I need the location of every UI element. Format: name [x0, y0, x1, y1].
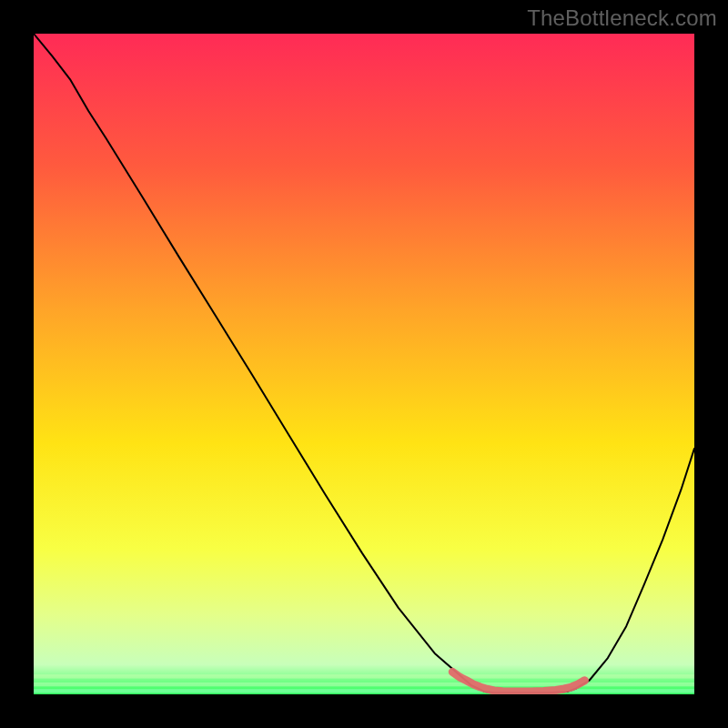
chart-frame: TheBottleneck.com: [0, 0, 728, 728]
striation: [34, 674, 694, 678]
striation: [34, 682, 694, 686]
striation: [34, 689, 694, 693]
gradient-background: [34, 34, 694, 694]
bottleneck-chart: [34, 34, 694, 694]
watermark: TheBottleneck.com: [527, 5, 717, 31]
